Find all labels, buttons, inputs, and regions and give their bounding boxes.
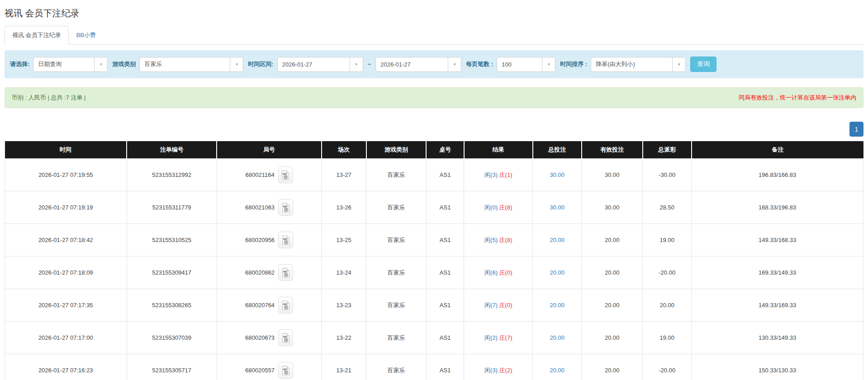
chevron-down-icon[interactable]: ▼ [350,57,363,71]
total-bet-link[interactable]: 20.00 [550,367,565,374]
page-size-label: 每页笔数 : [466,60,493,68]
date-range-separator: ~ [368,61,371,68]
game-type-select[interactable]: 百家乐 ▼ [139,57,243,72]
result-banker: 庄(0) [499,269,512,276]
result-banker: 庄(0) [499,302,512,309]
filter-group-game-type: 游戏类别 百家乐 ▼ [112,57,243,72]
round-number-text: 680021063 [245,204,275,211]
cell-valid-bet: 30.00 [582,159,643,191]
filter-panel: 请选择: 日期查询 ▼ 游戏类别 百家乐 ▼ 时间区间: 2026-01-27 … [5,50,863,78]
game-type-value: 百家乐 [140,60,230,68]
cell-bet-number: 523155310525 [127,224,217,256]
currency-total-summary: 币别 : 人民币 | 总共 :7 注单 | [12,94,86,102]
cell-table-number: AS1 [426,224,464,256]
video-replay-button[interactable] [278,297,293,314]
cell-game-type: 百家乐 [366,159,427,191]
cell-game-type: 百家乐 [366,256,427,289]
chevron-down-icon[interactable]: ▼ [94,57,107,71]
video-file-icon [282,235,290,245]
chevron-down-icon[interactable]: ▼ [448,57,461,71]
video-replay-button[interactable] [278,199,293,216]
cell-time: 2026-01-27 07:18:09 [5,256,127,289]
table-row: 2026-01-27 07:17:00 523155307039 6800206… [5,322,863,354]
result-banker: 庄(8) [499,204,512,211]
col-bet-no: 注单编号 [127,141,217,159]
cell-round-number: 680020764 [217,289,322,322]
tab-betting-records[interactable]: 视讯 会员下注纪录 [5,26,69,45]
total-bet-link[interactable]: 30.00 [550,171,565,178]
video-file-icon [281,170,289,180]
result-banker: 庄(7) [499,334,512,341]
round-number-text: 680021164 [246,171,275,178]
tab-bb-tip-label[interactable]: BB小费 [69,26,104,45]
total-bet-link[interactable]: 30.00 [550,204,565,211]
cell-round-number: 680021063 [217,191,322,224]
query-button[interactable]: 查询 [690,57,716,72]
total-bet-link[interactable]: 20.00 [550,269,565,276]
cell-game-type: 百家乐 [366,224,427,256]
tab-bb-tip[interactable]: BB小费 [69,26,104,45]
page-title: 视讯 会员下注纪录 [5,7,863,19]
col-session: 场次 [322,141,366,159]
table-row: 2026-01-27 07:19:19 523155311779 6800210… [5,191,863,224]
page-size-select[interactable]: 100 ▼ [497,57,555,72]
result-player: 闲(6) [484,269,498,276]
chevron-down-icon[interactable]: ▼ [672,57,685,71]
cell-result: 闲(2) 庄(7) [464,322,533,354]
page-1-button[interactable]: 1 [849,122,863,137]
cell-result: 闲(3) 庄(2) [464,354,533,380]
total-bet-link[interactable]: 20.00 [550,334,565,341]
col-valid-bet: 有效投注 [582,141,643,159]
table-row: 2026-01-27 07:17:35 523155308265 6800207… [5,289,863,322]
cell-total-bet: 30.00 [533,159,582,191]
valid-bet-note: 同局有效投注，统一计算在该局第一张注单内 [739,94,856,102]
table-row: 2026-01-27 07:18:09 523155309417 6800208… [5,256,863,289]
cell-valid-bet: 20.00 [582,354,643,380]
chevron-down-icon[interactable]: ▼ [230,57,243,71]
cell-valid-bet: 20.00 [582,289,643,322]
betting-records-table: 时间 注单编号 局号 场次 游戏类别 桌号 结果 总投注 有效投注 总派彩 备注… [5,141,863,380]
cell-table-number: AS1 [426,354,464,380]
cell-round-number: 680020673 [217,322,322,354]
cell-payout: 19.00 [643,224,692,256]
cell-round-number: 680020557 [217,354,322,380]
cell-round-number: 680020862 [217,256,322,289]
video-replay-button[interactable] [278,264,293,281]
cell-note: 168.33/196.83 [692,191,863,224]
date-range-label: 时间区间: [248,60,273,68]
tab-betting-records-label[interactable]: 视讯 会员下注纪录 [5,26,69,45]
cell-result: 闲(0) 庄(8) [464,191,533,224]
cell-result: 闲(3) 庄(1) [464,159,533,191]
video-file-icon [282,203,290,213]
cell-note: 150.33/130.33 [692,354,863,380]
video-replay-button[interactable] [278,232,293,248]
filter-group-query-type: 请选择: 日期查询 ▼ [10,57,108,72]
cell-session: 13-27 [322,159,366,191]
time-sort-value: 降幂(由大到小) [591,60,672,68]
total-bet-link[interactable]: 20.00 [550,302,565,309]
cell-session: 13-24 [322,256,366,289]
page-size-value: 100 [497,61,542,68]
table-row: 2026-01-27 07:16:23 523155305717 6800205… [5,354,863,380]
time-sort-select[interactable]: 降幂(由大到小) ▼ [591,57,686,72]
video-replay-button[interactable] [278,166,293,183]
info-bar: 币别 : 人民币 | 总共 :7 注单 | 同局有效投注，统一计算在该局第一张注… [5,87,863,108]
cell-payout: 28.50 [643,191,692,224]
cell-bet-number: 523155308265 [127,289,217,322]
pagination-top: 1 [5,122,863,137]
col-table-no: 桌号 [426,141,464,159]
cell-table-number: AS1 [426,191,464,224]
cell-session: 13-25 [322,224,366,256]
video-replay-button[interactable] [278,329,293,346]
round-number-text: 680020673 [245,334,275,341]
query-type-select[interactable]: 日期查询 ▼ [33,57,108,72]
cell-bet-number: 523155305717 [127,354,217,380]
col-time: 时间 [5,141,127,159]
video-replay-button[interactable] [278,362,293,379]
chevron-down-icon[interactable]: ▼ [542,57,555,71]
date-to-picker[interactable]: 2026-01-27 ▼ [375,57,461,72]
filter-group-date-to: 2026-01-27 ▼ [375,57,461,72]
date-from-picker[interactable]: 2026-01-27 ▼ [277,57,363,72]
cell-game-type: 百家乐 [366,191,427,224]
total-bet-link[interactable]: 20.00 [550,237,565,243]
